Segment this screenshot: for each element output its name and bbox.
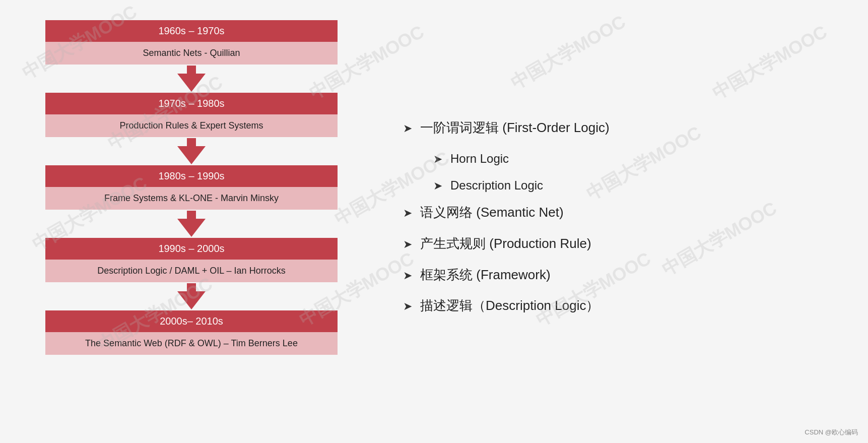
bullet-item-5: ➤ 产生式规则 (Production Rule) [403,235,848,252]
bullet-item-2: ➤ Horn Logic [433,151,848,166]
era-header-2: 1970s – 1980s [45,93,338,114]
bullet-text-3: Description Logic [450,177,543,193]
era-header-3: 1980s – 1990s [45,165,338,187]
timeline-item-3: 1980s – 1990s Frame Systems & KL-ONE - M… [45,165,338,210]
timeline-item-1: 1960s – 1970s Semantic Nets - Quillian [45,20,338,65]
arrow-stem-4 [187,283,196,291]
bullet-arrow-5: ➤ [403,238,412,251]
bullet-item-1: ➤ 一阶谓词逻辑 (First-Order Logic) [403,119,848,137]
bullet-item-4: ➤ 语义网络 (Semantic Net) [403,204,848,221]
arrow-head-3 [177,219,206,237]
timeline-item-4: 1990s – 2000s Description Logic / DAML +… [45,238,338,282]
timeline-item-5: 2000s– 2010s The Semantic Web (RDF & OWL… [45,310,338,355]
arrow-2 [177,138,206,164]
arrow-4 [177,283,206,309]
timeline-item-2: 1970s – 1980s Production Rules & Expert … [45,93,338,137]
bullet-text-4: 语义网络 (Semantic Net) [420,204,564,221]
bullet-text-7: 描述逻辑（Description Logic） [420,297,599,314]
arrow-head-2 [177,146,206,164]
era-content-4: Description Logic / DAML + OIL – Ian Hor… [45,260,338,282]
bullet-arrow-4: ➤ [403,207,412,220]
arrow-head-4 [177,291,206,309]
arrow-stem-1 [187,66,196,74]
bullet-text-1: 一阶谓词逻辑 (First-Order Logic) [420,119,610,137]
era-content-3: Frame Systems & KL-ONE - Marvin Minsky [45,187,338,210]
bullet-arrow-3: ➤ [433,179,442,193]
era-content-1: Semantic Nets - Quillian [45,42,338,65]
arrow-head-1 [177,74,206,92]
bullet-item-3: ➤ Description Logic [433,177,848,193]
bullet-arrow-6: ➤ [403,269,412,282]
footer-text: CSDN @欧心编码 [805,428,858,437]
bullet-panel: ➤ 一阶谓词逻辑 (First-Order Logic) ➤ Horn Logi… [363,15,848,428]
era-header-4: 1990s – 2000s [45,238,338,260]
era-content-5: The Semantic Web (RDF & OWL) – Tim Berne… [45,332,338,355]
bullet-arrow-1: ➤ [403,122,412,135]
bullet-text-5: 产生式规则 (Production Rule) [420,235,591,252]
bullet-item-7: ➤ 描述逻辑（Description Logic） [403,297,848,314]
arrow-3 [177,211,206,237]
arrow-stem-2 [187,138,196,146]
main-container: 1960s – 1970s Semantic Nets - Quillian 1… [0,0,868,443]
era-header-1: 1960s – 1970s [45,20,338,42]
bullet-arrow-2: ➤ [433,153,442,166]
era-content-2: Production Rules & Expert Systems [45,114,338,137]
timeline-panel: 1960s – 1970s Semantic Nets - Quillian 1… [20,15,363,428]
bullet-text-6: 框架系统 (Framework) [420,267,551,284]
arrow-stem-3 [187,211,196,219]
era-header-5: 2000s– 2010s [45,310,338,332]
bullet-arrow-7: ➤ [403,300,412,313]
bullet-item-6: ➤ 框架系统 (Framework) [403,267,848,284]
bullet-text-2: Horn Logic [450,151,509,166]
arrow-1 [177,66,206,92]
